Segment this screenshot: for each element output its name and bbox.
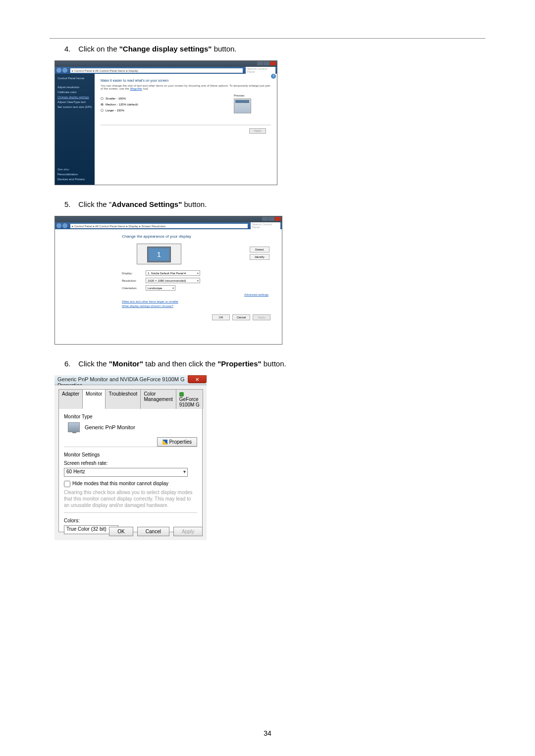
search-input[interactable]: Search Control Panel — [251, 222, 280, 229]
back-icon[interactable] — [56, 68, 61, 73]
maximize-icon[interactable] — [268, 217, 274, 221]
advanced-settings-link[interactable]: Advanced settings — [244, 293, 268, 296]
minimize-icon[interactable] — [262, 217, 268, 221]
step-4-quote: "Change display settings" — [119, 45, 212, 53]
step-6-q1: "Monitor" — [109, 359, 143, 368]
text-size-link[interactable]: Make text and other items larger or smal… — [122, 300, 274, 303]
pane-subtitle: You can change the size of text and othe… — [101, 84, 271, 90]
pane-title: Change the appearance of your display — [122, 234, 274, 239]
minimize-icon[interactable] — [257, 61, 263, 65]
hide-modes-checkbox[interactable]: Hide modes that this monitor cannot disp… — [64, 481, 197, 487]
sidebar-item[interactable]: Adjust ClearType text — [57, 101, 92, 103]
sidebar: Control Panel Home Adjust resolution Cal… — [55, 74, 95, 185]
close-icon[interactable]: ✕ — [188, 375, 207, 383]
monitor-preview: 1 — [137, 244, 181, 264]
breadcrumb[interactable]: ▸ Control Panel ▸ All Control Panel Item… — [70, 68, 243, 73]
tab-troubleshoot[interactable]: Troubleshoot — [105, 389, 141, 409]
monitor-icon — [68, 422, 80, 432]
apply-button[interactable]: Apply — [173, 527, 203, 536]
tab-monitor[interactable]: Monitor — [82, 389, 106, 409]
step-6: 6. Click the "Monitor" tab and then clic… — [54, 359, 485, 540]
nav-buttons — [56, 223, 67, 228]
checkbox-input[interactable] — [64, 481, 70, 487]
help-icon[interactable]: ? — [271, 74, 276, 79]
preview-image — [234, 99, 251, 113]
sub-post: tool. — [142, 87, 149, 90]
tab-geforce[interactable]: GeForce 9100M G — [176, 389, 203, 409]
preview-label: Preview — [234, 94, 251, 97]
maximize-icon[interactable] — [264, 61, 269, 65]
magnifier-link[interactable]: Magnifier — [130, 87, 142, 90]
window-titlebar — [55, 216, 282, 222]
hide-modes-description: Clearing this check box allows you to se… — [64, 489, 197, 508]
radio-label: Medium - 125% (default) — [106, 103, 138, 106]
step-6-num: 6. — [64, 359, 76, 368]
dialog-titlebar: Generic PnP Monitor and NVIDIA GeForce 9… — [54, 375, 207, 385]
sidebar-home[interactable]: Control Panel Home — [57, 77, 92, 80]
back-icon[interactable] — [56, 223, 61, 228]
ok-button[interactable]: OK — [109, 527, 133, 536]
sidebar-item-change-display[interactable]: Change display settings — [57, 96, 92, 99]
radio-smaller[interactable]: Smaller - 100% — [101, 97, 138, 100]
step-4-text: 4. Click on the "Change display settings… — [64, 45, 485, 53]
monitor-number: 1 — [149, 249, 169, 260]
sidebar-item[interactable]: Devices and Printers — [57, 178, 92, 181]
sidebar-item[interactable]: Adjust resolution — [57, 86, 92, 89]
orientation-dropdown[interactable]: Landscape — [146, 285, 175, 291]
close-icon[interactable] — [275, 217, 281, 221]
orientation-label: Orientation: — [122, 287, 146, 290]
radio-larger[interactable]: Larger - 150% — [101, 109, 138, 112]
resolution-dropdown[interactable]: 1920 × 1080 (recommended) — [146, 278, 200, 283]
shield-icon — [162, 440, 167, 445]
breadcrumb[interactable]: ▸ Control Panel ▸ All Control Panel Item… — [70, 224, 248, 228]
screenshot-resolution-panel: ▸ Control Panel ▸ All Control Panel Item… — [54, 216, 282, 345]
tab-adapter[interactable]: Adapter — [58, 389, 83, 409]
main-pane: Change the appearance of your display 1 … — [114, 229, 282, 344]
apply-button[interactable]: Apply — [253, 314, 270, 320]
main-pane: Make it easier to read what's on your sc… — [95, 74, 277, 185]
colors-label: Colors: — [64, 518, 197, 523]
refresh-rate-label: Screen refresh rate: — [64, 460, 197, 466]
resolution-label: Resolution: — [122, 279, 146, 282]
step-4-post: button. — [212, 45, 236, 53]
forward-icon[interactable] — [62, 223, 67, 228]
address-bar: ▸ Control Panel ▸ All Control Panel Item… — [55, 222, 282, 229]
screenshot-monitor-properties: Generic PnP Monitor and NVIDIA GeForce 9… — [54, 375, 207, 540]
step-6-q2: "Properties" — [217, 359, 261, 368]
sidebar-item[interactable]: Personalization — [57, 173, 92, 176]
properties-label: Properties — [169, 439, 192, 445]
step-5-quote: Advanced Settings" — [111, 200, 182, 208]
step-5-post: button. — [182, 200, 207, 208]
tab-color-management[interactable]: Color Management — [140, 389, 176, 409]
window-titlebar — [55, 61, 277, 67]
forward-icon[interactable] — [62, 68, 67, 73]
cancel-button[interactable]: Cancel — [137, 527, 169, 536]
properties-button[interactable]: Properties — [157, 437, 197, 447]
display-label: Display: — [122, 272, 146, 275]
step-4-num: 4. — [64, 45, 76, 53]
monitor-type-label: Monitor Type — [64, 414, 197, 419]
cancel-button[interactable]: Cancel — [232, 314, 250, 320]
monitor-name: Generic PnP Monitor — [85, 424, 135, 430]
step-6-pre: Click the — [78, 359, 109, 368]
ok-button[interactable]: OK — [212, 314, 230, 320]
detect-button[interactable]: Detect — [250, 247, 269, 252]
radio-medium[interactable]: Medium - 125% (default) — [101, 103, 138, 106]
sidebar-item[interactable]: Calibrate color — [57, 91, 92, 94]
radio-label: Larger - 150% — [106, 109, 124, 112]
nav-buttons — [56, 68, 67, 73]
identify-button[interactable]: Identify — [250, 254, 269, 260]
sub-pre: You can change the size of text and othe… — [101, 84, 270, 90]
step-5-pre: Click the " — [78, 200, 111, 208]
document-content: 4. Click on the "Change display settings… — [54, 45, 485, 555]
step-6-text: 6. Click the "Monitor" tab and then clic… — [64, 359, 485, 368]
display-dropdown[interactable]: 1. Nvidia Default Flat Panel ▾ — [146, 270, 200, 276]
pane-title: Make it easier to read what's on your sc… — [101, 79, 271, 82]
apply-button[interactable]: Apply — [249, 128, 266, 134]
search-input[interactable]: Search Control Panel — [246, 67, 275, 74]
refresh-rate-dropdown[interactable]: 60 Hertz — [64, 468, 188, 477]
sidebar-item[interactable]: Set custom text size (DPI) — [57, 105, 92, 108]
close-icon[interactable] — [270, 61, 276, 65]
address-bar: ▸ Control Panel ▸ All Control Panel Item… — [55, 67, 277, 74]
what-settings-link[interactable]: What display settings should I choose? — [122, 304, 274, 307]
